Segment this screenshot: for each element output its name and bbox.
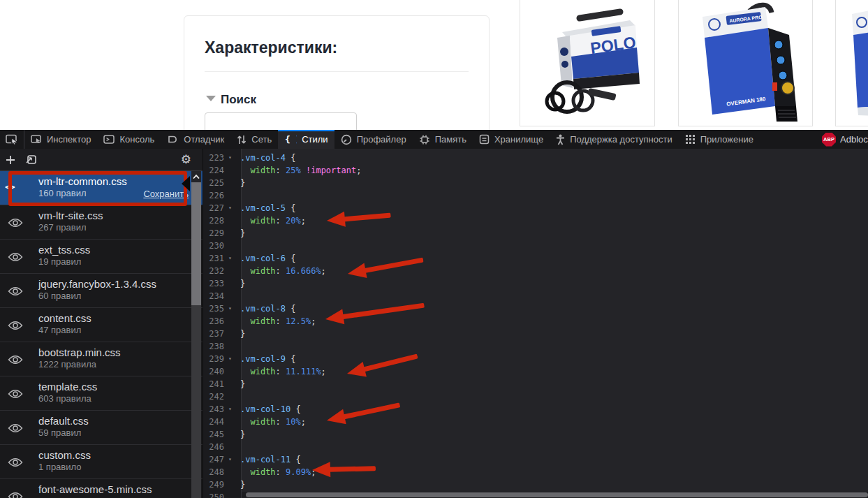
stylesheet-item[interactable]: ext_tss.css19 правил	[0, 240, 203, 274]
tab-profiler[interactable]: Профайлер	[334, 130, 413, 149]
tab-network[interactable]: Сеть	[230, 130, 278, 149]
eye-visibility-icon[interactable]	[8, 252, 23, 262]
network-icon	[237, 134, 247, 145]
stylesheet-item[interactable]: custom.css1 правило	[0, 445, 203, 479]
editor-horizontal-scrollbar[interactable]	[242, 492, 868, 498]
hscrollbar-thumb[interactable]	[246, 492, 868, 497]
search-input[interactable]	[205, 112, 357, 130]
profiler-icon	[341, 134, 352, 145]
tab-label: Память	[435, 134, 466, 145]
product-image-polo[interactable]: POLO	[520, 0, 655, 126]
fold-spacer	[224, 227, 236, 240]
line-number: 244	[203, 416, 224, 428]
tab-application[interactable]: Приложение	[679, 130, 760, 149]
scroll-up-button[interactable]	[191, 171, 201, 182]
tab-accessibility[interactable]: Поддержка доступности	[550, 130, 679, 149]
stylesheet-name: vm-ltr-site.css	[38, 205, 203, 221]
sidebar-scrollbar[interactable]	[191, 171, 201, 498]
stylesheet-rule-count: 60 правил	[38, 291, 203, 301]
tab-storage[interactable]: Хранилище	[473, 130, 550, 149]
characteristics-card: Характеристики: Поиск	[184, 15, 490, 130]
stylesheet-name: default.css	[38, 411, 203, 427]
stylesheet-item[interactable]: jquery.fancybox-1.3.4.css60 правил	[0, 274, 203, 308]
options-button[interactable]: ⚙	[181, 154, 191, 166]
memory-icon	[419, 134, 430, 145]
line-number: 223	[203, 152, 224, 164]
eye-visibility-icon[interactable]	[8, 286, 23, 296]
eye-visibility-icon[interactable]	[8, 492, 23, 498]
product-image-overman[interactable]: AURORA PRO OVERMAN 180	[678, 0, 813, 126]
eye-visibility-icon[interactable]	[8, 321, 23, 330]
save-link[interactable]: Сохранить	[143, 189, 189, 199]
fold-arrow-icon[interactable]: ▾	[224, 453, 236, 466]
console-icon	[103, 134, 115, 145]
add-stylesheet-button[interactable]	[0, 155, 21, 165]
line-number: 239	[203, 353, 224, 365]
code-text: }	[236, 328, 245, 340]
chevron-up-icon	[192, 174, 200, 180]
gear-icon: ⚙	[181, 153, 191, 166]
fold-arrow-icon[interactable]: ▾	[224, 403, 236, 416]
stylesheet-item[interactable]: font-awesome-5.min.css	[0, 479, 203, 498]
stylesheet-item[interactable]: content.css47 правил	[0, 308, 203, 342]
scrollbar-thumb[interactable]	[191, 182, 201, 305]
code-line: 246	[203, 441, 868, 453]
line-number: 235	[203, 302, 224, 315]
eye-visibility-icon[interactable]	[8, 457, 23, 467]
code-icon: <>	[5, 182, 15, 192]
stylesheet-item[interactable]: <>vm-ltr-common.css160 правилСохранить	[0, 171, 203, 205]
stylesheet-item[interactable]: default.css59 правил	[0, 411, 203, 445]
line-number: 245	[203, 428, 224, 441]
product-image-partial[interactable]	[835, 0, 868, 126]
tab-inspector[interactable]: Инспектор	[24, 130, 97, 149]
divider	[205, 71, 469, 72]
line-number: 249	[203, 478, 224, 491]
code-text: width: 10%;	[236, 416, 306, 428]
accessibility-icon	[556, 134, 565, 145]
tab-console[interactable]: Консоль	[97, 130, 161, 149]
line-number: 246	[203, 441, 224, 453]
code-line: 249}	[203, 478, 868, 491]
tab-memory[interactable]: Память	[413, 130, 473, 149]
eye-visibility-icon[interactable]	[8, 218, 23, 228]
devtools-toolbar: ИнспекторКонсольОтладчикСеть{ }СтилиПроф…	[0, 130, 868, 149]
stylesheet-item[interactable]: vm-ltr-site.css267 правил	[0, 205, 203, 240]
pick-element-icon	[6, 134, 18, 145]
fold-arrow-icon[interactable]: ▾	[224, 152, 236, 164]
welding-machine-overman-illustration: AURORA PRO OVERMAN 180	[683, 1, 809, 124]
stylesheet-name: template.css	[38, 376, 203, 393]
code-line: 230	[203, 240, 868, 252]
eye-visibility-icon[interactable]	[8, 355, 23, 365]
code-text	[236, 340, 240, 353]
fold-arrow-icon[interactable]: ▾	[224, 202, 236, 214]
fold-arrow-icon[interactable]: ▾	[224, 252, 236, 265]
debugger-icon	[167, 134, 179, 145]
stylesheet-name: ext_tss.css	[38, 240, 203, 256]
code-line: 225}	[203, 177, 868, 189]
code-line: 241}	[203, 378, 868, 390]
fold-spacer	[224, 378, 236, 390]
code-text: width: 16.666%;	[236, 265, 326, 277]
stylesheet-name: custom.css	[38, 445, 203, 461]
line-number: 241	[203, 378, 224, 390]
code-text: width: 11.111%;	[236, 365, 326, 378]
stylesheet-item[interactable]: template.css603 правила	[0, 376, 203, 411]
pick-element-button[interactable]	[0, 130, 24, 149]
eye-visibility-icon[interactable]	[8, 423, 23, 433]
stylesheet-item[interactable]: bootstrap.min.css1222 правила	[0, 342, 203, 376]
import-stylesheet-button[interactable]	[21, 154, 42, 165]
css-code-area[interactable]: 223▾.vm-col-4 {224 width: 25% !important…	[203, 149, 868, 498]
eye-visibility-icon[interactable]	[8, 389, 23, 399]
tab-label: Поддержка доступности	[570, 134, 672, 145]
adblock-addon-button[interactable]: ABP Adblock	[822, 130, 868, 149]
fold-arrow-icon[interactable]: ▾	[224, 353, 236, 365]
fold-spacer	[224, 328, 236, 340]
code-line: 244 width: 10%;	[203, 416, 868, 428]
fold-arrow-icon[interactable]: ▾	[224, 302, 236, 315]
code-line: 247▾.vm-col-11 {	[203, 453, 868, 466]
collapse-triangle-icon[interactable]	[206, 96, 216, 101]
tab-styles[interactable]: { }Стили	[278, 130, 334, 149]
line-number: 238	[203, 340, 224, 353]
tab-debugger[interactable]: Отладчик	[161, 130, 230, 149]
code-text: width: 20%;	[236, 214, 306, 227]
